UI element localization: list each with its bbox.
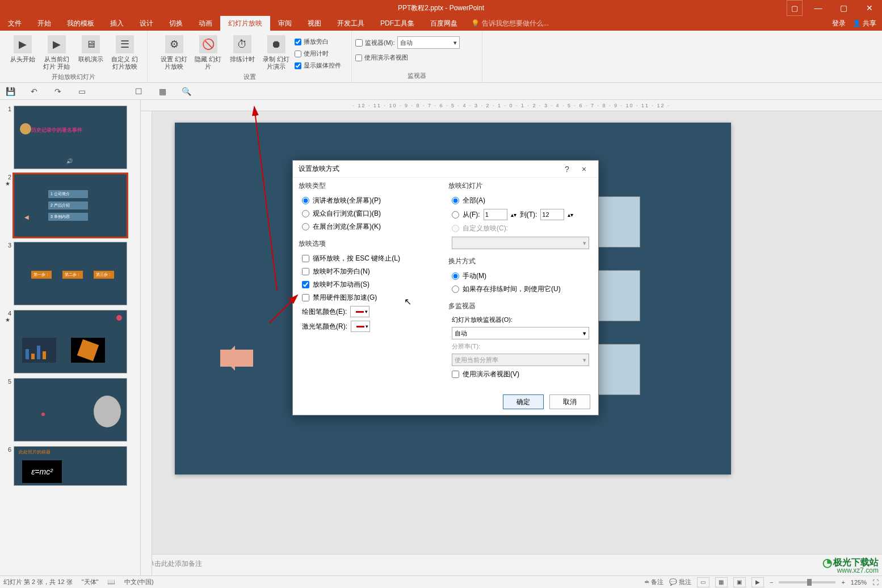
notes-pane[interactable]: 单击此处添加备注 bbox=[141, 554, 882, 576]
minimize-icon[interactable]: — bbox=[805, 0, 831, 16]
thumb-4[interactable]: 4★ bbox=[0, 308, 140, 376]
tab-view[interactable]: 视图 bbox=[300, 16, 329, 31]
tab-insert[interactable]: 插入 bbox=[102, 16, 132, 31]
window-title: PPT教程2.pptx - PowerPoint bbox=[398, 3, 484, 13]
tab-template[interactable]: 我的模板 bbox=[59, 16, 102, 31]
present-online-button[interactable]: 🖥联机演示 bbox=[75, 34, 107, 64]
show-type-group: 放映类型 演讲者放映(全屏幕)(P) 观众自行浏览(窗口)(B) 在展台浏览(全… bbox=[299, 181, 443, 233]
tab-animation[interactable]: 动画 bbox=[191, 16, 220, 31]
radio-use-timings[interactable]: 如果存在排练时间，则使用它(U) bbox=[448, 283, 593, 296]
tab-design[interactable]: 设计 bbox=[132, 16, 161, 31]
save-icon[interactable]: 💾 bbox=[3, 85, 17, 98]
thumb-6[interactable]: 6 此处照片的标题 ε=mc² bbox=[0, 444, 140, 488]
custom-show-select: ▾ bbox=[452, 237, 589, 249]
dialog-titlebar[interactable]: 设置放映方式 ? × bbox=[293, 161, 598, 178]
ribbon: ▶从头开始 ▶从当前幻灯片 开始 🖥联机演示 ☰自定义 幻灯片放映 开始放映幻灯… bbox=[0, 31, 882, 83]
cancel-button[interactable]: 取消 bbox=[549, 394, 590, 409]
record-button[interactable]: ⏺录制 幻灯片演示 bbox=[261, 34, 292, 72]
lbl: 从头开始 bbox=[10, 56, 35, 63]
chk-presenter-view[interactable]: 使用演示者视图(V) bbox=[448, 368, 593, 381]
laser-color-picker[interactable] bbox=[351, 321, 370, 332]
qat-icon-4[interactable]: 🔍 bbox=[179, 85, 193, 98]
reading-view-icon[interactable]: ▣ bbox=[733, 577, 746, 587]
from-input[interactable] bbox=[484, 209, 507, 220]
zoom-out-icon[interactable]: − bbox=[770, 579, 773, 586]
language-indicator[interactable]: 中文(中国) bbox=[124, 578, 153, 586]
pen-color-row: 绘图笔颜色(E): bbox=[299, 304, 443, 319]
ribbon-display-options-icon[interactable]: ▢ bbox=[787, 0, 803, 16]
radio-speaker[interactable]: 演讲者放映(全屏幕)(P) bbox=[299, 194, 443, 207]
radio-browse[interactable]: 观众自行浏览(窗口)(B) bbox=[299, 207, 443, 220]
slide-thumbnails-panel[interactable]: 1 历史记录中的著名事件 🔊 2★ 1 公司简介 2 产品介绍 3 单例内容 ◀… bbox=[0, 100, 141, 576]
fit-to-window-icon[interactable]: ⛶ bbox=[872, 579, 879, 586]
tell-me-search[interactable]: 💡 告诉我您想要做什么... bbox=[471, 16, 549, 31]
chk-no-narration[interactable]: 放映时不加旁白(N) bbox=[299, 265, 443, 278]
tab-transition[interactable]: 切换 bbox=[161, 16, 191, 31]
spinner-icon[interactable]: ▴▾ bbox=[568, 212, 573, 218]
qat-icon-3[interactable]: ▦ bbox=[156, 85, 169, 98]
notes-toggle[interactable]: ≐ 备注 bbox=[644, 578, 663, 586]
to-input[interactable] bbox=[540, 209, 564, 220]
zoom-in-icon[interactable]: + bbox=[841, 579, 845, 586]
monitor-select[interactable]: 自动▾ bbox=[397, 36, 460, 49]
login-link[interactable]: 登录 bbox=[832, 19, 846, 28]
zoom-slider[interactable] bbox=[779, 581, 835, 583]
normal-view-icon[interactable]: ▭ bbox=[697, 577, 709, 587]
lbl: 联机演示 bbox=[78, 56, 103, 63]
tab-devtools[interactable]: 开发工具 bbox=[329, 16, 372, 31]
tab-slideshow[interactable]: 幻灯片放映 bbox=[220, 16, 270, 31]
chk-loop[interactable]: 循环放映，按 ESC 键终止(L) bbox=[299, 252, 443, 265]
chk-no-animation[interactable]: 放映时不加动画(S) bbox=[299, 278, 443, 291]
radio-manual[interactable]: 手动(M) bbox=[448, 270, 593, 283]
thumb-2[interactable]: 2★ 1 公司简介 2 产品介绍 3 单例内容 ◀ bbox=[0, 171, 140, 240]
setup-show-button[interactable]: ⚙设置 幻灯片放映 bbox=[158, 34, 190, 72]
sorter-view-icon[interactable]: ▦ bbox=[715, 577, 728, 587]
monitor-select-dialog[interactable]: 自动▾ bbox=[452, 327, 589, 339]
slideshow-view-icon[interactable]: ▶ bbox=[751, 577, 764, 587]
share-button[interactable]: 👤 共享 bbox=[852, 19, 876, 28]
undo-icon[interactable]: ↶ bbox=[27, 85, 41, 98]
hide-slide-button[interactable]: 🚫隐藏 幻灯片 bbox=[192, 34, 224, 72]
thumb-3[interactable]: 3 第一步： 第二步： 第三步： bbox=[0, 240, 140, 308]
slide-counter[interactable]: 幻灯片 第 2 张，共 12 张 bbox=[3, 578, 73, 586]
presenter-view-checkbox[interactable]: 使用演示者视图 bbox=[355, 52, 478, 63]
rehearse-button[interactable]: ⏱排练计时 bbox=[226, 34, 258, 64]
tab-baidu[interactable]: 百度网盘 bbox=[422, 16, 465, 31]
spell-check-icon[interactable]: 📖 bbox=[107, 578, 115, 586]
thumb-5[interactable]: 5 bbox=[0, 376, 140, 444]
lbl: 从当前幻灯片 开始 bbox=[42, 56, 72, 70]
record-icon: ⏺ bbox=[267, 35, 285, 53]
horizontal-ruler: · 12 · 11 · 10 · 9 · 8 · 7 · 6 · 5 · 4 ·… bbox=[141, 100, 882, 111]
globe-icon bbox=[20, 123, 31, 135]
show-media-checkbox[interactable]: 显示媒体控件 bbox=[295, 60, 341, 71]
from-beginning-icon: ▶ bbox=[14, 35, 32, 53]
custom-show-button[interactable]: ☰自定义 幻灯片放映 bbox=[109, 34, 141, 72]
tab-home[interactable]: 开始 bbox=[30, 16, 59, 31]
ok-button[interactable]: 确定 bbox=[503, 394, 544, 409]
tab-pdftools[interactable]: PDF工具集 bbox=[372, 16, 422, 31]
use-timings-checkbox[interactable]: 使用计时 bbox=[295, 48, 341, 59]
zoom-level[interactable]: 125% bbox=[851, 579, 867, 586]
mon-label: 幻灯片放映监视器(O): bbox=[448, 314, 593, 325]
tab-review[interactable]: 审阅 bbox=[270, 16, 300, 31]
qat-icon-2[interactable]: ☐ bbox=[132, 85, 145, 98]
dialog-help-icon[interactable]: ? bbox=[558, 165, 576, 174]
monitor-check[interactable] bbox=[355, 39, 363, 47]
play-narration-checkbox[interactable]: 播放旁白 bbox=[295, 36, 341, 47]
radio-kiosk[interactable]: 在展台浏览(全屏幕)(K) bbox=[299, 220, 443, 233]
radio-range[interactable] bbox=[452, 211, 459, 219]
redo-icon[interactable]: ↷ bbox=[51, 85, 65, 98]
from-current-button[interactable]: ▶从当前幻灯片 开始 bbox=[41, 34, 73, 72]
spinner-icon[interactable]: ▴▾ bbox=[511, 212, 516, 218]
close-icon[interactable]: ✕ bbox=[856, 0, 882, 16]
pen-color-picker[interactable] bbox=[350, 306, 369, 317]
from-beginning-button[interactable]: ▶从头开始 bbox=[7, 34, 39, 64]
radio-all-slides[interactable]: 全部(A) bbox=[448, 194, 593, 207]
comments-toggle[interactable]: 💬 批注 bbox=[669, 578, 691, 586]
qat-icon-1[interactable]: ▭ bbox=[75, 85, 89, 98]
tab-file[interactable]: 文件 bbox=[0, 16, 30, 31]
dialog-close-icon[interactable]: × bbox=[576, 165, 593, 174]
maximize-icon[interactable]: ▢ bbox=[831, 0, 856, 16]
thumb-1[interactable]: 1 历史记录中的著名事件 🔊 bbox=[0, 103, 140, 171]
chk-disable-hw[interactable]: 禁用硬件图形加速(G) bbox=[299, 291, 443, 304]
